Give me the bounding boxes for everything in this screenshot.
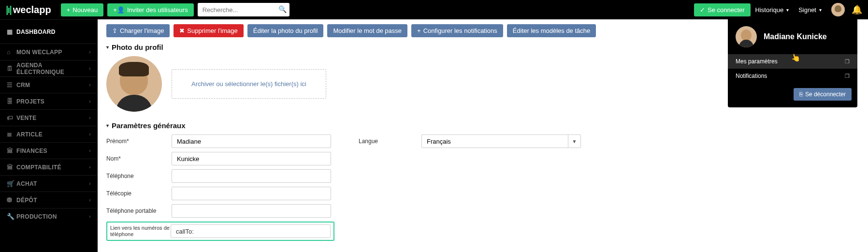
open-new-icon[interactable]: ❐ [845,59,850,65]
section-general-title[interactable]: Paramètres généraux [106,121,859,130]
chevron-right-icon: › [89,66,91,71]
history-menu[interactable]: Historique [755,6,789,14]
phonelink-label: Lien vers les numéros de téléphone [110,225,171,237]
menu-my-params[interactable]: Mes paramètres ❐ [728,54,857,69]
sidebar-item-comptabilite[interactable]: 🏛COMPTABILITÉ› [0,159,98,175]
sidebar-item-agenda[interactable]: 🗓AGENDA ÉLECTRONIQUE› [0,60,98,76]
upload-image-button[interactable]: ⇪Charger l'image [106,24,170,37]
sidebar-item-monweclapp[interactable]: ⌂MON WECLAPP› [0,44,98,60]
edit-task-templates-button[interactable]: Éditer les modèles de tâche [507,24,596,37]
row-firstname: Prénom* [106,134,334,148]
delete-image-button[interactable]: ✖Supprimer l'image [174,24,243,37]
new-button[interactable]: + Nouveau [61,3,104,16]
wrench-icon: 🔧 [7,213,16,220]
form-col-right: Langue Français ▼ [359,134,581,241]
phonelink-input[interactable] [171,224,331,238]
briefcase-icon: 🗄 [7,98,16,105]
chevron-right-icon: › [89,99,91,104]
language-select[interactable]: Français ▼ [421,134,581,148]
sidebar-item-label: DASHBOARD [16,29,91,35]
logout-row: ⎘ Se déconnecter [728,88,852,101]
sidebar-item-finances[interactable]: 🏛FINANCES› [0,142,98,159]
lastname-input[interactable] [172,152,331,165]
file-dropzone[interactable]: Archiver ou sélectionner le(s) fichier(s… [172,69,326,99]
menu-notifications[interactable]: Notifications ❐ [728,69,857,83]
sidebar-item-dashboard[interactable]: ▦ DASHBOARD [0,19,98,44]
sidebar-item-label: AGENDA ÉLECTRONIQUE [16,62,89,75]
firstname-input[interactable] [172,134,331,148]
sidebar: ▦ DASHBOARD ⌂MON WECLAPP› 🗓AGENDA ÉLECTR… [0,19,98,252]
user-avatar-small[interactable] [831,3,845,16]
sidebar-item-label: ARTICLE [16,131,89,138]
brand-text: weclapp [13,4,51,15]
chevron-down-icon[interactable]: ▼ [568,135,580,148]
sidebar-item-label: VENTE [16,115,89,121]
sidebar-item-label: FINANCES [16,148,89,154]
bank-icon: 🏛 [7,163,16,171]
sidebar-item-label: MON WECLAPP [16,49,89,56]
change-password-button[interactable]: Modifier le mot de passe [327,24,407,37]
language-label: Langue [359,138,421,145]
edit-photo-button[interactable]: Éditer la photo du profil [247,24,324,37]
brand-logo[interactable]: |ı| weclapp [6,4,51,15]
new-button-label: Nouveau [72,6,98,14]
sidebar-item-label: COMPTABILITÉ [16,164,89,171]
phone-label: Téléphone [106,173,172,179]
row-language: Langue Français ▼ [359,134,581,148]
user-dropdown-header: Madiane Kunicke [728,19,857,54]
check-icon: ✓ [700,6,705,14]
notifications-bell-icon[interactable]: 🔔 [852,4,862,15]
sidebar-item-vente[interactable]: 🏷VENTE› [0,109,98,126]
invite-users-button[interactable]: +👤 Inviter des utilisateurs [107,3,193,16]
logout-button[interactable]: ⎘ Se déconnecter [794,88,852,101]
open-new-icon[interactable]: ❐ [845,73,850,79]
connect-label: Se connecter [708,6,745,14]
sidebar-item-crm[interactable]: ☰CRM› [0,76,98,93]
logout-icon: ⎘ [799,91,803,98]
sidebar-item-label: PRODUCTION [16,213,89,220]
user-dropdown-avatar [736,26,757,47]
sidebar-item-article[interactable]: ≣ARTICLE› [0,126,98,142]
logo-icon: |ı| [6,4,11,15]
invite-users-label: Inviter des utilisateurs [127,6,188,14]
lines-icon: ≣ [7,131,16,138]
upload-label: Charger l'image [120,27,164,34]
sidebar-item-label: CRM [16,82,89,89]
mobile-input[interactable] [172,204,331,218]
phone-input[interactable] [172,169,331,183]
search-input[interactable] [198,3,289,16]
bank-icon: 🏛 [7,147,16,154]
chevron-right-icon: › [89,181,91,186]
plus-icon: + [67,6,71,14]
sidebar-item-depot[interactable]: ⛃DÉPÔT› [0,192,98,208]
sidebar-item-achat[interactable]: 🛒ACHAT› [0,175,98,192]
sidebar-item-production[interactable]: 🔧PRODUCTION› [0,208,98,224]
chevron-right-icon: › [89,197,91,203]
chevron-right-icon: › [89,132,91,137]
fax-input[interactable] [172,187,331,200]
chevron-right-icon: › [89,148,91,153]
search-icon[interactable]: 🔍 [278,5,287,13]
sidebar-item-projets[interactable]: 🗄PROJETS› [0,93,98,109]
section-photo-label: Photo du profil [112,43,163,51]
cart-icon: 🛒 [7,180,16,187]
mobile-label: Téléphone portable [106,208,172,214]
chevron-right-icon: › [89,214,91,219]
connect-button[interactable]: ✓ Se connecter [694,3,751,16]
dashboard-icon: ▦ [7,28,16,35]
menu-notifications-label: Notifications [736,73,767,79]
section-general-label: Paramètres généraux [112,121,186,130]
home-icon: ⌂ [7,48,16,56]
chevron-right-icon: › [89,82,91,88]
user-plus-icon: +👤 [113,6,125,14]
fax-label: Télécopie [106,190,172,197]
user-dropdown: Madiane Kunicke Mes paramètres ❐ Notific… [728,19,857,107]
chevron-right-icon: › [89,164,91,170]
tag-icon: 🏷 [7,114,16,121]
form-columns: Prénom* Nom* Téléphone Télécopie Télépho… [106,134,859,241]
calendar-icon: 🗓 [7,65,16,72]
configure-notifications-button[interactable]: +Configurer les notifications [411,24,503,37]
sidebar-item-label: PROJETS [16,98,89,105]
bookmark-menu[interactable]: Signet [798,6,822,14]
sidebar-item-label: DÉPÔT [16,197,89,204]
